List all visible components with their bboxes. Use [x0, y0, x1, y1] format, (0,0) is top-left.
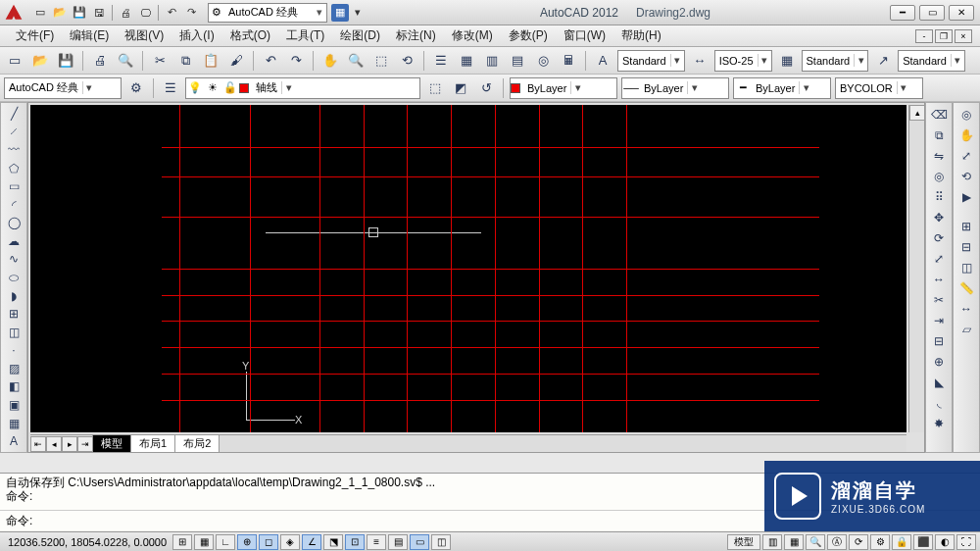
- revcloud-icon[interactable]: ☁: [3, 232, 24, 250]
- menu-item[interactable]: 修改(M): [444, 25, 501, 46]
- tab-next-icon[interactable]: ▸: [62, 436, 77, 452]
- mdi-minimize-button[interactable]: -: [915, 29, 933, 43]
- mirror-icon[interactable]: ⇋: [928, 146, 950, 166]
- tool-open-icon[interactable]: 📂: [29, 50, 51, 72]
- lwt-button[interactable]: ≡: [367, 534, 386, 550]
- tool-undo-icon[interactable]: ↶: [260, 50, 281, 72]
- color-combo[interactable]: ByLayer▾: [510, 77, 617, 99]
- tool-calc-icon[interactable]: 🖩: [558, 50, 579, 72]
- table-style-icon[interactable]: ▦: [776, 50, 798, 72]
- tool-save-icon[interactable]: 💾: [55, 50, 76, 72]
- menu-item[interactable]: 编辑(E): [62, 25, 117, 46]
- tool-sheetset-icon[interactable]: ▤: [507, 50, 528, 72]
- isolate-icon[interactable]: ◐: [935, 534, 955, 550]
- break-icon[interactable]: ⊟: [928, 331, 950, 351]
- menu-item[interactable]: 插入(I): [172, 25, 221, 46]
- ws-switch-icon[interactable]: ⚙: [870, 534, 890, 550]
- menu-item[interactable]: 格式(O): [222, 25, 278, 46]
- tool-paste-icon[interactable]: 📋: [200, 50, 221, 72]
- region-icon[interactable]: ▣: [3, 396, 24, 414]
- polar-button[interactable]: ⊕: [237, 534, 257, 550]
- mdi-close-button[interactable]: ×: [955, 29, 972, 43]
- insert-icon[interactable]: ⊞: [3, 305, 24, 323]
- tool-new-icon[interactable]: ▭: [4, 50, 25, 72]
- tool-preview-icon[interactable]: 🔍: [115, 50, 136, 72]
- layer-iso-icon[interactable]: ◩: [450, 77, 471, 99]
- maximize-button[interactable]: ▭: [919, 5, 945, 21]
- clean-screen-icon[interactable]: ⛶: [956, 534, 976, 550]
- ws-settings-icon[interactable]: ⚙: [125, 77, 147, 99]
- constrain-icon[interactable]: ⊞: [956, 217, 977, 236]
- new-icon[interactable]: ▭: [31, 4, 49, 22]
- undo-icon[interactable]: ↶: [163, 4, 180, 22]
- stretch-icon[interactable]: ↔: [928, 270, 950, 289]
- tpy-button[interactable]: ▤: [388, 534, 408, 550]
- tool-zoomwin-icon[interactable]: ⬚: [370, 50, 392, 72]
- linetype-combo[interactable]: ──ByLayer▾: [621, 77, 729, 99]
- ortho-button[interactable]: ∟: [216, 534, 235, 550]
- wheel-icon[interactable]: ◎: [956, 105, 977, 125]
- tab-first-icon[interactable]: ⇤: [30, 436, 46, 452]
- lock-ui-icon[interactable]: 🔒: [892, 534, 911, 550]
- plot-preview-icon[interactable]: 🖵: [136, 4, 154, 22]
- tool-copy-icon[interactable]: ⧉: [174, 50, 196, 72]
- plotstyle-combo[interactable]: BYCOLOR▾: [835, 77, 923, 99]
- menu-item[interactable]: 标注(N): [388, 25, 444, 46]
- menu-item[interactable]: 视图(V): [117, 25, 172, 46]
- menu-item[interactable]: 绘图(D): [332, 25, 388, 46]
- open-icon[interactable]: 📂: [51, 4, 69, 22]
- dim-style-icon[interactable]: ↔: [689, 50, 710, 72]
- vertical-scrollbar[interactable]: ▴: [908, 105, 924, 432]
- rotate-icon[interactable]: ⟳: [928, 228, 950, 248]
- dyn-button[interactable]: ⊡: [345, 534, 365, 550]
- workspace-combo-2[interactable]: AutoCAD 经典▾: [4, 77, 122, 99]
- point-icon[interactable]: ·: [3, 342, 24, 360]
- tool-match-icon[interactable]: 🖌: [225, 50, 247, 72]
- grid-apps-icon[interactable]: ▦: [331, 4, 349, 22]
- tab-prev-icon[interactable]: ◂: [46, 436, 62, 452]
- tool-plot-icon[interactable]: 🖨: [89, 50, 111, 72]
- trim-icon[interactable]: ✂: [928, 290, 950, 310]
- erase-icon[interactable]: ⌫: [928, 105, 950, 125]
- measure-icon[interactable]: 📏: [956, 278, 977, 298]
- mleader-style-icon[interactable]: ↗: [872, 50, 894, 72]
- lineweight-combo[interactable]: ━ByLayer▾: [733, 77, 831, 99]
- mdi-restore-button[interactable]: ❐: [935, 29, 953, 43]
- 3dosnap-button[interactable]: ◈: [280, 534, 300, 550]
- table-icon[interactable]: ▦: [3, 415, 24, 432]
- tool-toolpal-icon[interactable]: ▥: [481, 50, 503, 72]
- qat-dropdown-icon[interactable]: ▾: [349, 4, 367, 22]
- menu-item[interactable]: 窗口(W): [556, 25, 613, 46]
- menu-item[interactable]: 帮助(H): [613, 25, 669, 46]
- model-space-button[interactable]: 模型: [727, 534, 760, 550]
- close-button[interactable]: ✕: [949, 5, 974, 21]
- menu-item[interactable]: 工具(T): [278, 25, 332, 46]
- osnap-button[interactable]: ◻: [259, 534, 278, 550]
- constrain2-icon[interactable]: ⊟: [956, 237, 977, 257]
- circle-icon[interactable]: ◯: [3, 214, 24, 231]
- grid-button[interactable]: ▦: [194, 534, 214, 550]
- layer-manager-icon[interactable]: ☰: [160, 77, 181, 99]
- hardware-accel-icon[interactable]: ⬛: [913, 534, 933, 550]
- dim-style-combo[interactable]: ISO-25▾: [714, 50, 772, 72]
- scroll-up-icon[interactable]: ▴: [909, 105, 925, 121]
- ducs-button[interactable]: ⬔: [323, 534, 343, 550]
- move-icon[interactable]: ✥: [928, 208, 950, 227]
- menu-item[interactable]: 参数(P): [501, 25, 556, 46]
- sc-button[interactable]: ◫: [431, 534, 451, 550]
- join-icon[interactable]: ⊕: [928, 352, 950, 372]
- mleader-style-combo[interactable]: Standard▾: [898, 50, 965, 72]
- quickview-layouts-icon[interactable]: ▥: [762, 534, 782, 550]
- otrack-button[interactable]: ∠: [302, 534, 321, 550]
- annovis-icon[interactable]: Ⓐ: [827, 534, 847, 550]
- dist-icon[interactable]: ↔: [956, 299, 977, 319]
- extend-icon[interactable]: ⇥: [928, 311, 950, 330]
- ellipsearc-icon[interactable]: ◗: [3, 287, 24, 305]
- constrain3-icon[interactable]: ◫: [956, 258, 977, 277]
- drawing-canvas[interactable]: YX: [30, 105, 906, 432]
- layer-prev-icon[interactable]: ↺: [475, 77, 497, 99]
- tab-model[interactable]: 模型: [92, 434, 131, 453]
- scale-icon[interactable]: ⤢: [928, 249, 950, 269]
- saveas-icon[interactable]: 🖫: [90, 4, 108, 22]
- quickview-dwgs-icon[interactable]: ▦: [784, 534, 804, 550]
